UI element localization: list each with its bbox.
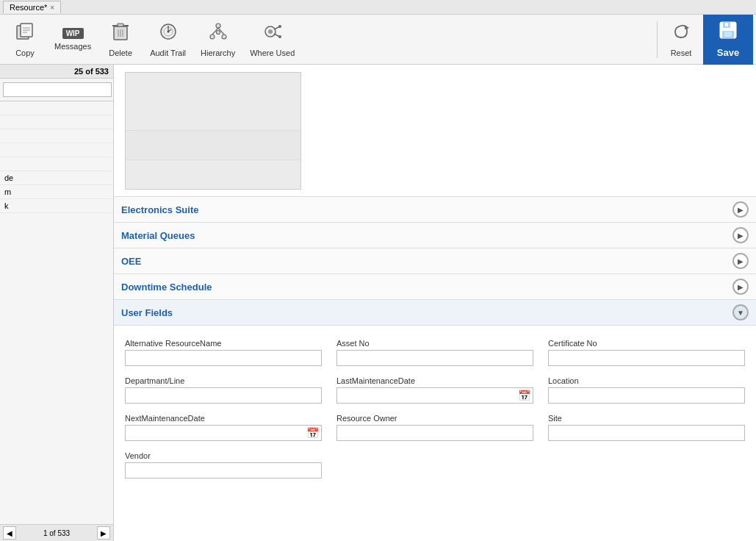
search-input[interactable]	[3, 82, 112, 97]
field-group-last-maintenance-date: LastMaintenanceDate 📅	[336, 376, 533, 404]
label-resource-owner: Resource Owner	[336, 414, 533, 423]
tab-close-icon[interactable]: ×	[50, 4, 54, 12]
fields-grid: Alternative ResourceName Asset No Certif…	[125, 339, 745, 479]
where-used-icon	[263, 22, 282, 46]
messages-button[interactable]: WIP Messages	[47, 18, 98, 62]
svg-point-25	[278, 25, 281, 28]
hierarchy-label: Hierarchy	[201, 49, 235, 57]
input-asset-no[interactable]	[336, 350, 533, 366]
next-maintenance-calendar-button[interactable]: 📅	[303, 426, 321, 440]
input-next-maintenance-date[interactable]	[126, 426, 303, 440]
section-material-queues[interactable]: Material Queues ▶	[114, 222, 756, 248]
delete-button[interactable]: Delete	[98, 18, 143, 62]
label-departmant-line: Departmant/Line	[125, 376, 322, 385]
section-downtime-schedule[interactable]: Downtime Schedule ▶	[114, 273, 756, 300]
svg-point-21	[216, 30, 220, 34]
copy-icon	[15, 22, 35, 46]
input-location[interactable]	[548, 387, 745, 404]
list-item[interactable]	[0, 143, 113, 157]
chevron-electronics-icon: ▶	[732, 201, 749, 218]
hierarchy-button[interactable]: Hierarchy	[193, 18, 242, 62]
hierarchy-icon	[208, 22, 228, 46]
delete-label: Delete	[109, 49, 132, 57]
svg-point-15	[167, 30, 169, 32]
svg-rect-33	[725, 23, 728, 26]
field-group-vendor: Vendor	[125, 451, 322, 479]
field-group-location: Location	[548, 376, 745, 404]
preview-row-2	[126, 131, 300, 160]
audit-trail-label: Audit Trail	[150, 49, 186, 57]
section-user-fields[interactable]: User Fields ▼	[114, 299, 756, 326]
svg-point-17	[210, 35, 215, 39]
toolbar-separator	[657, 21, 658, 58]
input-last-maintenance-date[interactable]	[337, 388, 515, 403]
preview-row-1	[126, 73, 300, 131]
page-info: 1 of 533	[19, 529, 94, 537]
save-label: Save	[717, 47, 739, 58]
resource-tab[interactable]: Resource* ×	[3, 1, 61, 13]
input-departmant-line[interactable]	[125, 387, 322, 404]
last-maintenance-calendar-button[interactable]: 📅	[515, 388, 533, 403]
where-used-button[interactable]: Where Used	[242, 18, 302, 62]
svg-point-16	[216, 24, 220, 28]
field-group-site: Site	[548, 414, 745, 441]
wip-badge: WIP	[62, 28, 84, 39]
record-count: 25 of 533	[0, 65, 113, 79]
list-item[interactable]	[0, 157, 113, 171]
messages-label: Messages	[54, 42, 91, 51]
list-item[interactable]	[0, 115, 113, 129]
label-alt-resource-name: Alternative ResourceName	[125, 339, 322, 348]
sidebar-bottom: ◀ 1 of 533 ▶	[0, 524, 113, 541]
section-title-oee: OEE	[121, 256, 732, 267]
user-fields-content: Alternative ResourceName Asset No Certif…	[114, 326, 756, 486]
reset-label: Reset	[671, 49, 692, 57]
list-item[interactable]	[0, 101, 113, 115]
label-asset-no: Asset No	[336, 339, 533, 348]
section-oee[interactable]: OEE ▶	[114, 248, 756, 274]
label-site: Site	[548, 414, 745, 423]
sidebar: 25 of 533 ↻ de m k ◀ 1 of 533 ▶	[0, 65, 114, 541]
list-item[interactable]	[0, 129, 113, 143]
copy-button[interactable]: Copy	[3, 18, 47, 62]
input-vendor[interactable]	[125, 462, 322, 479]
preview-area	[125, 72, 301, 190]
input-certificate-no[interactable]	[548, 350, 745, 366]
copy-label: Copy	[15, 49, 35, 57]
save-button[interactable]: Save	[703, 15, 753, 65]
label-certificate-no: Certificate No	[548, 339, 745, 348]
svg-point-18	[222, 35, 226, 39]
field-group-resource-owner: Resource Owner	[336, 414, 533, 441]
label-last-maintenance-date: LastMaintenanceDate	[336, 376, 533, 385]
list-item[interactable]: m	[0, 185, 113, 199]
chevron-material-icon: ▶	[732, 227, 749, 243]
input-resource-owner[interactable]	[336, 425, 533, 441]
section-electronics-suite[interactable]: Electronics Suite ▶	[114, 196, 756, 223]
prev-page-button[interactable]: ◀	[3, 526, 16, 540]
field-group-departmant-line: Departmant/Line	[125, 376, 322, 404]
section-title-electronics: Electronics Suite	[121, 204, 732, 215]
field-group-asset-no: Asset No	[336, 339, 533, 366]
chevron-user-fields-icon: ▼	[732, 304, 749, 320]
list-item[interactable]: k	[0, 199, 113, 213]
save-icon	[719, 21, 738, 44]
audit-trail-icon	[159, 22, 178, 46]
field-group-certificate-no: Certificate No	[548, 339, 745, 366]
toolbar: Copy WIP Messages Delete	[0, 15, 756, 65]
tab-bar: Resource* ×	[0, 0, 756, 15]
list-item[interactable]: de	[0, 171, 113, 185]
input-alt-resource-name[interactable]	[125, 350, 322, 366]
field-group-alt-resource-name: Alternative ResourceName	[125, 339, 322, 366]
content-area: Electronics Suite ▶ Material Queues ▶ OE…	[114, 65, 756, 541]
delete-icon	[112, 22, 129, 46]
reset-icon	[672, 22, 691, 46]
audit-trail-button[interactable]: Audit Trail	[143, 18, 193, 62]
section-title-material: Material Queues	[121, 230, 732, 241]
where-used-label: Where Used	[250, 49, 295, 57]
next-page-button[interactable]: ▶	[97, 526, 110, 540]
svg-point-27	[268, 29, 273, 34]
input-site[interactable]	[548, 425, 745, 441]
section-title-user-fields: User Fields	[121, 307, 732, 318]
sidebar-list: de m k	[0, 101, 113, 524]
main-layout: 25 of 533 ↻ de m k ◀ 1 of 533 ▶	[0, 65, 756, 541]
reset-button[interactable]: Reset	[659, 18, 703, 62]
